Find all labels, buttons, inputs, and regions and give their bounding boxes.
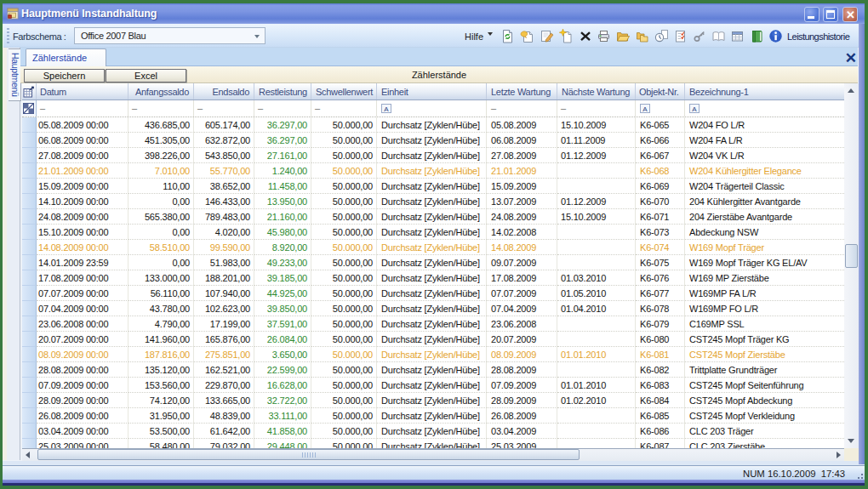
svg-text:A: A [692, 105, 697, 113]
svg-text:A: A [384, 105, 389, 113]
svg-text:A: A [642, 105, 648, 113]
